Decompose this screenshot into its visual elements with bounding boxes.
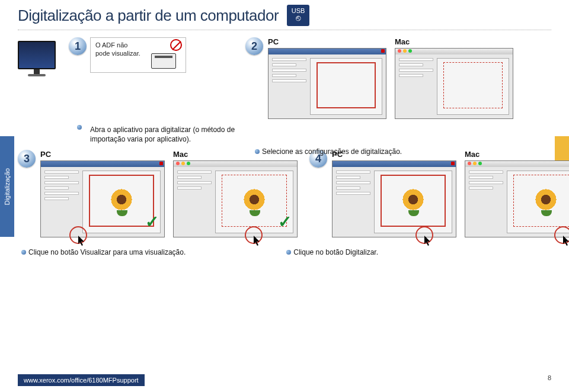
sunflower-image — [533, 188, 559, 214]
cursor-icon — [424, 236, 432, 246]
pc-window-wrap: PC — [268, 37, 386, 119]
mac-window-wrap: Mac — [173, 150, 298, 237]
content-area: 1 O ADF não pode visualizar. 2 PC — [0, 30, 569, 256]
row-steps-1-2: 1 O ADF não pode visualizar. 2 PC — [18, 37, 551, 119]
computer-illustration — [18, 41, 56, 76]
checkmark-icon: ✓ — [278, 212, 292, 232]
footer: www.xerox.com/office/6180MFPsupport 8 — [0, 374, 569, 386]
bullet-icon — [286, 250, 291, 255]
cursor-icon — [562, 236, 569, 246]
sunflower-image — [400, 188, 426, 214]
bullet-icon — [255, 149, 260, 154]
sunflower-image — [241, 188, 267, 214]
cursor-icon — [253, 236, 261, 246]
row-steps-3-4: 3 PC — [18, 150, 551, 237]
pc-window-wrap: PC — [40, 150, 165, 237]
step-3-block: 3 PC — [18, 150, 298, 237]
prohibited-icon — [170, 39, 182, 51]
page-title: Digitalização a partir de um computador — [18, 7, 279, 25]
adf-warning-text: O ADF não pode visualizar. — [95, 41, 142, 58]
bullet-icon — [77, 125, 82, 130]
step-badge-2: 2 — [245, 37, 263, 55]
printer-icon — [148, 41, 181, 69]
titlebar-pc — [268, 49, 386, 54]
os-label-mac: Mac — [465, 150, 569, 159]
page-title-bar: Digitalização a partir de um computador … — [18, 5, 551, 30]
caption-scan: Clique no botão Digitalizar. — [286, 248, 378, 256]
hint-select-settings: Selecione as configurações de digitaliza… — [255, 147, 402, 156]
step-badge-3: 3 — [18, 150, 36, 168]
bullet-icon — [21, 250, 26, 255]
os-label-mac: Mac — [395, 37, 513, 46]
footer-url: www.xerox.com/office/6180MFPsupport — [18, 374, 145, 386]
scan-app-pc — [268, 48, 386, 119]
step-2-windows: PC — [268, 37, 551, 119]
caption-preview: Clique no botão Visualizar para uma visu… — [21, 248, 186, 256]
mac-window-wrap: Mac — [465, 150, 569, 237]
sunflower-image — [108, 188, 135, 214]
scan-app-pc-preview: ✓ — [40, 160, 165, 237]
caption-scan-text: Clique no botão Digitalizar. — [293, 248, 378, 256]
step-badge-1: 1 — [69, 37, 87, 55]
pc-window-wrap: PC — [332, 150, 456, 237]
os-label-pc: PC — [40, 150, 165, 159]
hint-open-app-text: Abra o aplicativo para digitalizar (o mé… — [90, 125, 244, 144]
footer-page-number: 8 — [548, 374, 551, 386]
hint-select-settings-text: Selecione as configurações de digitaliza… — [262, 147, 402, 156]
cursor-icon — [78, 236, 86, 246]
titlebar-mac — [395, 49, 513, 54]
scan-app-mac-preview: ✓ — [173, 160, 298, 237]
checkmark-icon: ✓ — [145, 212, 159, 232]
hint-open-app: Abra o aplicativo para digitalizar (o mé… — [77, 125, 551, 144]
os-label-pc: PC — [268, 37, 386, 46]
usb-icon: ⎋ — [296, 13, 301, 23]
step-2-block: 2 PC — [245, 37, 551, 119]
scan-app-mac-scan — [465, 160, 569, 237]
caption-preview-text: Clique no botão Visualizar para uma visu… — [28, 248, 186, 256]
scan-app-mac — [395, 48, 513, 119]
mac-window-wrap: Mac — [395, 37, 513, 119]
step-4-block: 4 PC — [309, 150, 569, 237]
adf-warning-panel: O ADF não pode visualizar. — [90, 37, 186, 73]
step-1-block: 1 O ADF não pode visualizar. — [18, 37, 231, 119]
scan-app-pc-scan — [332, 160, 456, 237]
usb-badge: USB ⎋ — [287, 5, 309, 26]
bottom-captions: Clique no botão Visualizar para uma visu… — [18, 248, 551, 256]
